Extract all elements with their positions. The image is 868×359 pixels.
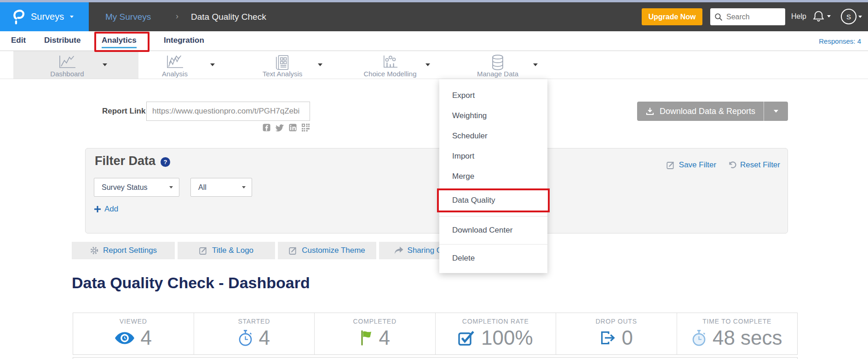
global-search bbox=[710, 8, 785, 25]
reset-filter-label: Reset Filter bbox=[740, 160, 780, 170]
add-filter-label: Add bbox=[104, 205, 118, 214]
avatar: S bbox=[841, 9, 857, 24]
stat-value: 0 bbox=[622, 326, 633, 349]
menu-item-delete[interactable]: Delete bbox=[439, 248, 547, 268]
toolbar-item-label: Choice Modelling bbox=[336, 70, 444, 78]
qr-code-icon[interactable] bbox=[301, 123, 310, 132]
menu-item-export[interactable]: Export bbox=[439, 85, 547, 106]
eye-icon bbox=[115, 332, 134, 344]
stopwatch-icon bbox=[238, 330, 253, 347]
stat-completed: COMPLETED 4 bbox=[315, 313, 436, 354]
reset-filter-button[interactable]: Reset Filter bbox=[728, 160, 780, 170]
menu-item-merge[interactable]: Merge bbox=[439, 166, 547, 187]
stat-label: DROP OUTS bbox=[556, 318, 677, 325]
menu-item-scheduler[interactable]: Scheduler bbox=[439, 126, 547, 146]
chevron-down-icon bbox=[242, 186, 246, 188]
chevron-down-icon bbox=[827, 15, 831, 17]
stat-label: COMPLETED bbox=[315, 318, 435, 325]
survey-tabbar: Edit Distribute Analytics Integration Re… bbox=[0, 31, 868, 51]
stat-label: TIME TO COMPLETE bbox=[677, 318, 798, 325]
tab-integration[interactable]: Integration bbox=[164, 36, 204, 45]
report-link-input[interactable] bbox=[146, 102, 310, 121]
tab-distribute[interactable]: Distribute bbox=[44, 36, 80, 45]
save-filter-button[interactable]: Save Filter bbox=[667, 160, 716, 170]
manage-data-menu: Export Weighting Scheduler Import Merge … bbox=[439, 79, 547, 273]
edit-square-icon bbox=[667, 161, 675, 170]
analytics-toolbar: Dashboard Analysis Text Analysis Choice … bbox=[0, 51, 868, 79]
menu-item-weighting[interactable]: Weighting bbox=[439, 106, 547, 126]
bell-icon bbox=[812, 10, 825, 23]
dashboard-dropdown-caret[interactable] bbox=[103, 63, 107, 66]
checkbox-icon bbox=[458, 330, 475, 346]
database-icon bbox=[444, 54, 552, 70]
customize-theme-button[interactable]: Customize Theme bbox=[278, 242, 376, 259]
breadcrumb-current-survey: Data Quality Check bbox=[191, 12, 266, 22]
download-icon bbox=[645, 107, 655, 116]
title-logo-button[interactable]: Title & Logo bbox=[178, 242, 275, 259]
surveys-product-menu[interactable]: Surveys bbox=[0, 2, 89, 31]
tab-analytics[interactable]: Analytics bbox=[102, 36, 137, 48]
share-icon bbox=[394, 246, 403, 255]
facebook-icon[interactable] bbox=[263, 124, 270, 131]
stat-label: VIEWED bbox=[73, 318, 194, 325]
customize-theme-label: Customize Theme bbox=[302, 246, 365, 255]
filter-value-select[interactable]: All bbox=[190, 178, 252, 197]
breadcrumb-separator: › bbox=[176, 11, 178, 21]
filter-title-text: Filter Data bbox=[95, 154, 155, 168]
choice-modelling-dropdown-caret[interactable] bbox=[425, 63, 430, 66]
menu-divider bbox=[439, 244, 547, 245]
stat-completion-rate: COMPLETION RATE 100% bbox=[436, 313, 557, 354]
stat-label: STARTED bbox=[194, 318, 315, 325]
twitter-icon[interactable] bbox=[275, 124, 284, 131]
timer-icon bbox=[692, 330, 706, 347]
linkedin-icon[interactable] bbox=[289, 124, 297, 131]
filter-field-select[interactable]: Survey Status bbox=[94, 178, 179, 197]
menu-item-import[interactable]: Import bbox=[439, 146, 547, 166]
toolbar-item-analysis[interactable]: Analysis bbox=[121, 51, 229, 79]
search-input[interactable] bbox=[725, 12, 780, 22]
toolbar-item-choice-modelling[interactable]: Choice Modelling bbox=[336, 51, 444, 79]
menu-item-data-quality[interactable]: Data Quality bbox=[439, 190, 548, 211]
toolbar-item-dashboard[interactable]: Dashboard bbox=[13, 51, 121, 79]
stat-value: 4 bbox=[259, 326, 270, 349]
toolbar-item-manage-data[interactable]: Manage Data bbox=[444, 51, 552, 79]
chevron-down-icon bbox=[70, 16, 74, 18]
questionpro-analytics-page: Surveys My Surveys › Data Quality Check … bbox=[0, 0, 868, 359]
breadcrumb-my-surveys[interactable]: My Surveys bbox=[105, 12, 151, 22]
chevron-down-icon bbox=[169, 186, 173, 188]
help-icon[interactable]: ? bbox=[161, 157, 170, 167]
analysis-dropdown-caret[interactable] bbox=[210, 63, 215, 66]
add-filter-button[interactable]: Add bbox=[94, 205, 118, 214]
stat-value: 100% bbox=[481, 326, 533, 349]
upgrade-now-button[interactable]: Upgrade Now bbox=[642, 8, 702, 25]
toolbar-item-label: Manage Data bbox=[444, 70, 552, 78]
annotation-box-data-quality: Data Quality bbox=[437, 188, 550, 212]
menu-item-download-center[interactable]: Download Center bbox=[439, 220, 547, 240]
stat-drop-outs: DROP OUTS 0 bbox=[556, 313, 677, 354]
next-section-edge bbox=[73, 357, 798, 359]
survey-stats-bar: VIEWED 4 STARTED 4 COMPLETED bbox=[73, 313, 798, 355]
app-header: Surveys My Surveys › Data Quality Check … bbox=[0, 2, 868, 31]
help-link[interactable]: Help bbox=[791, 12, 806, 21]
edit-square-icon bbox=[289, 246, 298, 255]
plus-icon bbox=[94, 205, 101, 213]
report-settings-button[interactable]: Report Settings bbox=[72, 242, 175, 259]
toolbar-item-text-analysis[interactable]: Text Analysis bbox=[229, 51, 336, 79]
manage-data-dropdown-caret[interactable] bbox=[533, 63, 538, 66]
download-options-caret[interactable] bbox=[764, 102, 788, 121]
account-menu[interactable]: S bbox=[841, 9, 862, 24]
line-chart-icon bbox=[13, 54, 121, 70]
flag-icon bbox=[360, 330, 373, 346]
stat-time-to-complete: TIME TO COMPLETE 48 secs bbox=[677, 313, 798, 354]
stat-value: 4 bbox=[141, 326, 152, 349]
newspaper-icon bbox=[229, 54, 336, 70]
download-button-label: Download Data & Reports bbox=[660, 107, 755, 116]
notifications-menu[interactable] bbox=[812, 10, 831, 23]
tab-edit[interactable]: Edit bbox=[11, 36, 26, 45]
filter-data-panel: Filter Data ? Save Filter Reset Filter S… bbox=[85, 148, 788, 234]
stat-value: 48 secs bbox=[713, 326, 782, 349]
stat-label: COMPLETION RATE bbox=[436, 318, 556, 325]
filter-field-value: Survey Status bbox=[102, 183, 148, 192]
text-analysis-dropdown-caret[interactable] bbox=[318, 63, 322, 66]
download-data-reports-button[interactable]: Download Data & Reports bbox=[637, 102, 788, 121]
